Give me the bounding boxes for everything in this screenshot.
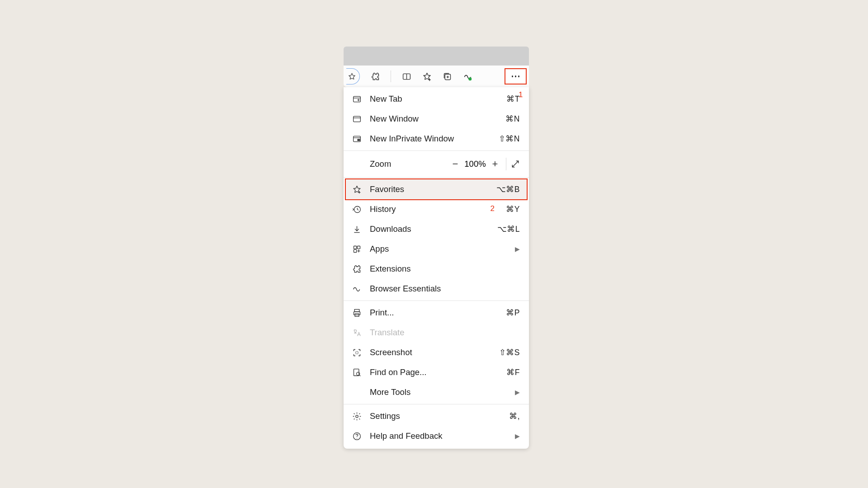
separator bbox=[344, 177, 529, 178]
browser-essentials-icon[interactable] bbox=[462, 71, 472, 81]
chevron-right-icon: ▶ bbox=[515, 432, 520, 440]
tab-strip bbox=[344, 47, 529, 66]
shortcut: ⌘P bbox=[506, 308, 520, 318]
menu-label: Find on Page... bbox=[370, 367, 506, 377]
menu-label: Apps bbox=[370, 244, 515, 254]
zoom-label: Zoom bbox=[370, 159, 391, 169]
separator bbox=[344, 300, 529, 301]
svg-point-32 bbox=[355, 415, 358, 417]
menu-label: Extensions bbox=[370, 264, 520, 274]
menu-label: Browser Essentials bbox=[370, 284, 520, 294]
svg-point-34 bbox=[356, 438, 357, 438]
new-tab-icon bbox=[352, 94, 362, 104]
more-menu-button[interactable] bbox=[505, 68, 527, 84]
browser-toolbar bbox=[344, 66, 529, 87]
menu-label: Settings bbox=[370, 411, 509, 421]
menu-browser-essentials[interactable]: Browser Essentials bbox=[344, 279, 529, 299]
menu-new-tab[interactable]: New Tab ⌘T bbox=[344, 89, 529, 109]
menu-new-window[interactable]: New Window ⌘N bbox=[344, 109, 529, 129]
fullscreen-button[interactable] bbox=[511, 160, 524, 169]
shortcut: ⌥⌘B bbox=[496, 185, 520, 194]
menu-label: Screenshot bbox=[370, 347, 499, 357]
separator bbox=[344, 150, 529, 151]
svg-rect-25 bbox=[354, 309, 359, 311]
shortcut: ⌘F bbox=[506, 368, 520, 377]
menu-screenshot[interactable]: Screenshot ⇧⌘S bbox=[344, 343, 529, 362]
shortcut: ⌥⌘L bbox=[497, 225, 520, 234]
menu-extensions[interactable]: Extensions bbox=[344, 259, 529, 279]
addressbar-star-cap[interactable] bbox=[346, 68, 360, 84]
svg-rect-16 bbox=[357, 139, 360, 141]
menu-settings[interactable]: Settings ⌘, bbox=[344, 406, 529, 426]
menu-translate: Translate bbox=[344, 323, 529, 343]
shortcut: ⇧⌘S bbox=[499, 348, 520, 357]
chevron-right-icon: ▶ bbox=[515, 245, 520, 253]
shortcut: ⌘N bbox=[505, 114, 520, 124]
history-icon bbox=[352, 204, 362, 214]
menu-apps[interactable]: Apps ▶ bbox=[344, 239, 529, 259]
menu-label: New Window bbox=[370, 114, 505, 124]
menu-zoom: Zoom − 100% + bbox=[344, 153, 529, 175]
zoom-value: 100% bbox=[462, 159, 489, 169]
star-outline-icon bbox=[347, 71, 357, 81]
chevron-right-icon: ▶ bbox=[515, 389, 520, 396]
shortcut: ⌘Y bbox=[506, 205, 520, 214]
zoom-out-button[interactable]: − bbox=[449, 158, 462, 170]
menu-favorites[interactable]: Favorites ⌥⌘B bbox=[344, 179, 529, 199]
settings-icon bbox=[352, 411, 362, 421]
menu-find[interactable]: Find on Page... ⌘F bbox=[344, 362, 529, 382]
essentials-icon bbox=[352, 284, 362, 294]
menu-label: More Tools bbox=[370, 387, 515, 397]
annotation-1: 1 bbox=[519, 90, 523, 99]
svg-rect-8 bbox=[353, 96, 360, 102]
menu-new-inprivate[interactable]: New InPrivate Window ⇧⌘N bbox=[344, 129, 529, 149]
menu-label: Downloads bbox=[370, 224, 497, 234]
menu-label: Help and Feedback bbox=[370, 431, 515, 441]
translate-icon bbox=[352, 328, 362, 338]
new-window-icon bbox=[352, 114, 362, 124]
extensions-menu-icon bbox=[352, 264, 362, 274]
favorites-star-icon[interactable] bbox=[422, 71, 432, 81]
zoom-divider bbox=[506, 158, 506, 170]
svg-rect-20 bbox=[354, 246, 356, 249]
menu-label: Print... bbox=[370, 308, 506, 318]
shortcut: ⇧⌘N bbox=[499, 134, 520, 144]
split-screen-icon[interactable] bbox=[401, 71, 411, 81]
separator bbox=[344, 404, 529, 404]
svg-rect-28 bbox=[355, 351, 358, 353]
menu-label: History bbox=[370, 204, 506, 214]
menu-help[interactable]: Help and Feedback ▶ bbox=[344, 426, 529, 446]
svg-rect-21 bbox=[357, 246, 360, 249]
annotation-2: 2 bbox=[491, 204, 495, 213]
favorites-icon bbox=[352, 184, 362, 194]
ellipsis-icon bbox=[512, 75, 520, 77]
menu-label: New Tab bbox=[370, 94, 506, 104]
menu-print[interactable]: Print... ⌘P bbox=[344, 303, 529, 323]
help-icon bbox=[352, 431, 362, 441]
extensions-icon[interactable] bbox=[370, 71, 380, 81]
toolbar-divider bbox=[391, 70, 391, 82]
svg-line-31 bbox=[359, 375, 360, 376]
downloads-icon bbox=[352, 224, 362, 234]
inprivate-icon bbox=[352, 134, 362, 144]
svg-point-7 bbox=[468, 77, 472, 80]
collections-icon[interactable] bbox=[442, 71, 452, 81]
shortcut: ⌘, bbox=[509, 412, 520, 421]
svg-rect-22 bbox=[354, 249, 356, 252]
settings-menu: New Tab ⌘T New Window ⌘N New InPrivate W… bbox=[344, 87, 529, 449]
svg-rect-12 bbox=[353, 116, 360, 122]
menu-label: Favorites bbox=[370, 184, 496, 194]
menu-label: Translate bbox=[370, 328, 520, 338]
menu-downloads[interactable]: Downloads ⌥⌘L bbox=[344, 219, 529, 239]
find-icon bbox=[352, 367, 362, 377]
print-icon bbox=[352, 308, 362, 318]
apps-icon bbox=[352, 244, 362, 254]
screenshot-icon bbox=[352, 347, 362, 357]
menu-label: New InPrivate Window bbox=[370, 134, 499, 144]
blank-icon bbox=[352, 387, 362, 397]
svg-point-30 bbox=[356, 372, 359, 375]
shortcut: ⌘T bbox=[506, 94, 520, 104]
menu-more-tools[interactable]: More Tools ▶ bbox=[344, 382, 529, 402]
menu-history[interactable]: History 2 ⌘Y bbox=[344, 199, 529, 219]
zoom-in-button[interactable]: + bbox=[489, 158, 501, 170]
